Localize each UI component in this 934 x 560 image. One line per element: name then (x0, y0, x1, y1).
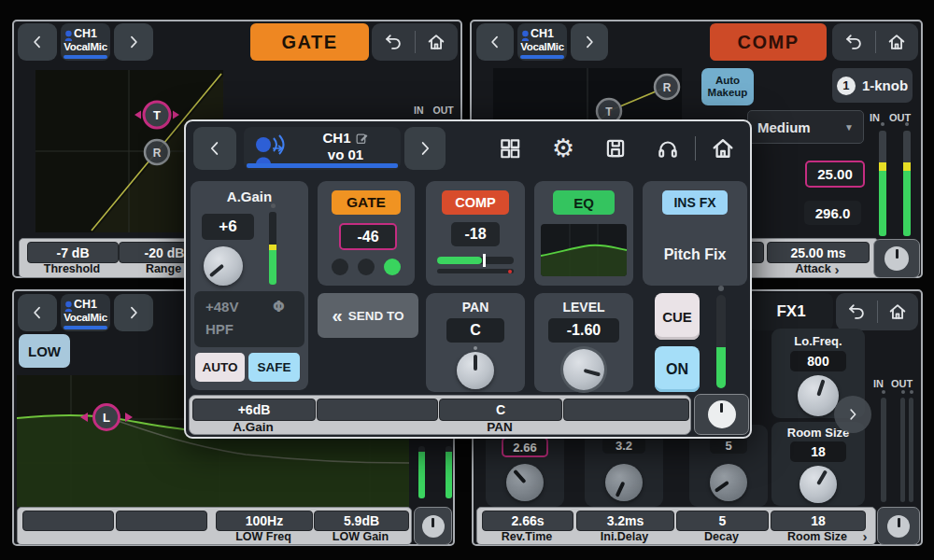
popup-channel-prev-button[interactable] (193, 127, 236, 170)
eq-tag[interactable]: EQ (553, 190, 615, 215)
param-more-chevron[interactable]: › (858, 529, 871, 543)
channel-next-button[interactable] (114, 23, 153, 61)
undo-icon[interactable] (846, 301, 867, 322)
again-knob[interactable] (204, 246, 243, 286)
channel-prev-button[interactable] (18, 23, 57, 61)
param-cell-threshold[interactable]: -7 dB (27, 242, 119, 263)
insfx-block[interactable]: INS FX Pitch Fix (643, 181, 747, 286)
comp-threshold-slider[interactable] (437, 269, 514, 273)
comp-gr-slider[interactable] (437, 257, 514, 264)
gate-block[interactable]: GATE -46 (318, 181, 415, 286)
again-value-box[interactable]: +6 (202, 214, 254, 240)
popup-home-button[interactable] (709, 134, 737, 162)
cue-button[interactable]: CUE (655, 293, 700, 340)
meter-peak-dot (718, 286, 724, 291)
comp-ratio-node[interactable]: R (655, 75, 679, 99)
home-icon[interactable] (887, 301, 908, 322)
grid-view-button[interactable] (497, 135, 523, 161)
comp-tag[interactable]: COMP (442, 190, 509, 215)
param-cell-again[interactable]: +6dB (192, 399, 316, 421)
param-cell-empty[interactable] (116, 511, 207, 531)
chevron-right-icon (844, 406, 861, 423)
param-cell-empty[interactable] (563, 399, 689, 421)
param-cell-low-gain[interactable]: 5.9dB (314, 511, 409, 531)
monitor-button[interactable] (655, 135, 681, 161)
param-cell-empty[interactable] (317, 399, 438, 421)
channel-prev-button[interactable] (18, 294, 57, 331)
param-cell-revtime[interactable]: 2.66s (482, 511, 573, 531)
hpf-button[interactable]: HPF (205, 321, 234, 337)
gate-meter-labels: IN OUT (414, 105, 454, 116)
fx-inidelay-knob[interactable] (605, 464, 643, 501)
channel-name: CH1 (517, 27, 567, 41)
eq-block[interactable]: EQ (534, 181, 633, 286)
fx-decay-value[interactable]: 5 (710, 437, 747, 454)
level-value-box[interactable]: -1.60 (548, 318, 619, 343)
home-icon[interactable] (886, 32, 907, 52)
param-cell-empty[interactable] (22, 511, 114, 531)
gate-value-box[interactable]: -46 (339, 223, 397, 250)
eq-band-low-button[interactable]: LOW (19, 334, 70, 368)
gate-tag[interactable]: GATE (332, 190, 401, 215)
fx-revtime-knob[interactable] (506, 464, 544, 501)
level-knob[interactable] (563, 349, 604, 390)
comp-value-box[interactable]: -18 (451, 222, 500, 246)
channel-next-button[interactable] (114, 294, 153, 331)
comp-title-button[interactable]: COMP (710, 23, 827, 61)
fx-page-next-button[interactable] (834, 396, 871, 433)
fx-revtime-value[interactable]: 2.66 (502, 437, 548, 457)
channel-select-button[interactable]: CH1 VocalMic (61, 294, 110, 331)
channel-sub-name: VocalMic (517, 41, 567, 54)
comp-type-dropdown[interactable]: Medium ▼ (747, 110, 864, 144)
auto-makeup-button[interactable]: Auto Makeup (701, 68, 754, 105)
param-cell-pan[interactable]: C (439, 399, 562, 421)
phase-icon[interactable]: Φ (273, 299, 285, 315)
param-cell-decay[interactable]: 5 (676, 511, 769, 531)
fx-title-button[interactable]: FX1 (749, 293, 833, 330)
eq-param-strip: 100Hz 5.9dB LOW Freq LOW Gain (17, 507, 412, 545)
param-label-attack: Attack› (767, 262, 868, 275)
phantom-48v-button[interactable]: +48V (205, 299, 238, 315)
gate-range-node[interactable]: R (145, 140, 169, 164)
channel-prev-button[interactable] (476, 23, 514, 61)
channel-next-button[interactable] (571, 23, 608, 61)
param-cell-roomsize[interactable]: 18 (771, 511, 866, 531)
fx-decay-knob[interactable] (710, 464, 747, 501)
on-button[interactable]: ON (655, 346, 700, 392)
touch-knob-button[interactable] (877, 507, 920, 545)
fx-title: FX1 (749, 293, 833, 330)
pan-value-box[interactable]: C (446, 318, 504, 343)
channel-select-button[interactable]: CH1 VocalMic (517, 23, 567, 61)
one-knob-badge-icon: 1 (837, 77, 856, 95)
undo-icon[interactable] (843, 32, 864, 52)
gate-title-button[interactable]: GATE (250, 23, 369, 61)
pan-knob[interactable] (457, 352, 494, 389)
param-cell-low-freq[interactable]: 100Hz (216, 511, 313, 531)
channel-select-button[interactable]: CH1 VocalMic (61, 23, 110, 61)
param-cell-inidelay[interactable]: 3.2ms (576, 511, 674, 531)
fx-lofreq-knob[interactable] (798, 375, 839, 416)
home-icon[interactable] (426, 32, 446, 52)
settings-button[interactable]: ⚙ (548, 132, 578, 163)
fx-roomsize-knob[interactable] (800, 466, 837, 503)
comp-value-box[interactable]: 296.0 (804, 201, 861, 225)
fx-lofreq-value[interactable]: 800 (790, 351, 846, 371)
comp-selected-value-box[interactable]: 25.00 (805, 161, 865, 188)
fx-roomsize-value[interactable]: 18 (790, 441, 846, 462)
popup-channel-select-button[interactable]: CH1 vo 01 (244, 127, 401, 170)
touch-knob-button[interactable] (873, 239, 920, 278)
save-button[interactable] (602, 135, 629, 161)
auto-gain-button[interactable]: AUTO (195, 353, 245, 382)
comp-block[interactable]: COMP -18 (426, 181, 525, 286)
undo-icon[interactable] (383, 32, 403, 52)
param-cell-attack[interactable]: 25.00 ms (767, 242, 870, 263)
channel-selected-underline (64, 55, 107, 59)
safe-button[interactable]: SAFE (248, 353, 300, 382)
touch-knob-button[interactable] (694, 394, 749, 435)
fx-inidelay-value[interactable]: 3.2 (602, 437, 645, 454)
touch-knob-button[interactable] (414, 507, 452, 545)
send-to-button[interactable]: « SEND TO (318, 293, 418, 338)
one-knob-button[interactable]: 1 1-knob (832, 68, 913, 103)
insfx-tag[interactable]: INS FX (662, 190, 728, 215)
popup-channel-next-button[interactable] (404, 127, 446, 170)
